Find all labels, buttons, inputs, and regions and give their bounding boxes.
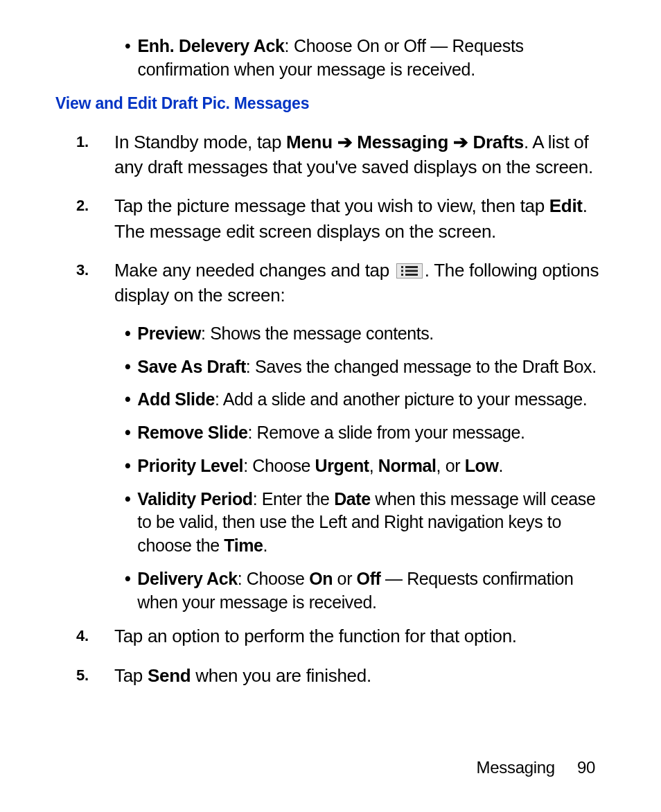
sub-priority-b3: Low	[465, 456, 499, 475]
sub-addslide-label: Add Slide	[137, 389, 215, 409]
step-1-body: In Standby mode, tap Menu ➔ Messaging ➔ …	[114, 130, 606, 180]
sub-removeslide-label: Remove Slide	[137, 423, 247, 442]
sub-addslide-body: Add Slide: Add a slide and another pictu…	[137, 388, 606, 412]
sub-priority-c1: ,	[369, 456, 378, 475]
sub-preview-label: Preview	[137, 324, 201, 343]
step-2-body: Tap the picture message that you wish to…	[114, 193, 606, 244]
step-5: 5. Tap Send when you are finished.	[76, 663, 606, 688]
options-list-icon	[396, 263, 423, 279]
svg-rect-0	[401, 266, 403, 268]
step-1-arrow2: ➔	[448, 132, 473, 152]
sub-validity-post: .	[263, 536, 268, 555]
sub-savedraft-body: Save As Draft: Saves the changed message…	[137, 355, 606, 379]
step-5-num: 5.	[76, 663, 114, 688]
step-1-b3: Drafts	[473, 132, 524, 152]
step-5-pre: Tap	[114, 665, 148, 686]
sub-preview-text: : Shows the message contents.	[201, 324, 434, 343]
sub-removeslide-text: : Remove a slide from your message.	[248, 423, 525, 442]
top-bullet: • Enh. Delevery Ack: Choose On or Off — …	[125, 35, 606, 82]
step-1-b1: Menu	[286, 132, 333, 152]
sub-validity-body: Validity Period: Enter the Date when thi…	[137, 488, 606, 558]
sub-delivery-body: Delivery Ack: Choose On or Off — Request…	[137, 567, 606, 615]
sub-delivery-mid: or	[333, 569, 357, 588]
sub-savedraft-text: : Saves the changed message to the Draft…	[246, 357, 597, 376]
step-1-b2: Messaging	[357, 132, 448, 152]
bullet-dot: •	[125, 421, 130, 445]
top-bullet-label: Enh. Delevery Ack	[137, 36, 284, 55]
step-1-arrow1: ➔	[333, 132, 358, 152]
sub-savedraft-label: Save As Draft	[137, 357, 245, 376]
sub-addslide: • Add Slide: Add a slide and another pic…	[125, 388, 606, 412]
sub-removeslide: • Remove Slide: Remove a slide from your…	[125, 421, 606, 445]
svg-rect-2	[401, 270, 403, 272]
sub-delivery-pre: : Choose	[238, 569, 309, 588]
sub-delivery-b2: Off	[357, 569, 381, 588]
sub-priority-c2: , or	[437, 456, 465, 475]
bullet-dot: •	[125, 322, 130, 346]
sub-validity: • Validity Period: Enter the Date when t…	[125, 488, 606, 558]
sub-delivery: • Delivery Ack: Choose On or Off — Reque…	[125, 567, 606, 615]
sub-priority-post: .	[498, 456, 503, 475]
step-4-body: Tap an option to perform the function fo…	[114, 624, 606, 648]
sub-priority: • Priority Level: Choose Urgent, Normal,…	[125, 454, 606, 478]
step-2-num: 2.	[76, 193, 114, 244]
step-1-pre: In Standby mode, tap	[114, 132, 286, 152]
bullet-dot: •	[125, 388, 130, 412]
step-1-num: 1.	[76, 130, 114, 180]
svg-rect-5	[405, 274, 418, 276]
sub-addslide-text: : Add a slide and another picture to you…	[215, 389, 587, 409]
section-heading: View and Edit Draft Pic. Messages	[55, 94, 606, 113]
sub-delivery-b1: On	[309, 569, 333, 588]
svg-rect-4	[401, 274, 403, 276]
sub-removeslide-body: Remove Slide: Remove a slide from your m…	[137, 421, 606, 445]
svg-rect-3	[405, 270, 418, 272]
sub-preview-body: Preview: Shows the message contents.	[137, 322, 606, 346]
step-5-b1: Send	[148, 665, 191, 686]
step-5-post: when you are finished.	[191, 665, 371, 686]
sub-preview: • Preview: Shows the message contents.	[125, 322, 606, 346]
top-bullet-body: Enh. Delevery Ack: Choose On or Off — Re…	[137, 35, 606, 82]
bullet-dot: •	[125, 35, 130, 82]
bullet-dot: •	[125, 355, 130, 379]
step-3-num: 3.	[76, 258, 114, 308]
bullet-dot: •	[125, 567, 130, 615]
sub-validity-b1: Date	[334, 489, 371, 509]
sub-priority-body: Priority Level: Choose Urgent, Normal, o…	[137, 454, 606, 478]
bullet-dot: •	[125, 454, 130, 478]
step-4-num: 4.	[76, 624, 114, 648]
footer-section: Messaging	[477, 758, 555, 777]
footer-page: 90	[577, 758, 595, 777]
sub-validity-pre: : Enter the	[253, 489, 335, 509]
step-2-pre: Tap the picture message that you wish to…	[114, 195, 549, 216]
sub-validity-label: Validity Period	[137, 489, 252, 509]
step-5-body: Tap Send when you are finished.	[114, 663, 606, 688]
step-2-b1: Edit	[549, 195, 583, 216]
step-3-pre: Make any needed changes and tap	[114, 260, 394, 281]
step-2: 2. Tap the picture message that you wish…	[76, 193, 606, 244]
sub-priority-label: Priority Level	[137, 456, 243, 475]
step-1: 1. In Standby mode, tap Menu ➔ Messaging…	[76, 130, 606, 180]
step-3: 3. Make any needed changes and tap . The…	[76, 258, 606, 308]
sub-priority-pre: : Choose	[243, 456, 315, 475]
sub-delivery-label: Delivery Ack	[137, 569, 237, 588]
bullet-dot: •	[125, 488, 130, 558]
page-footer: Messaging90	[477, 758, 595, 777]
sub-validity-b2: Time	[224, 536, 263, 555]
step-4: 4. Tap an option to perform the function…	[76, 624, 606, 648]
sub-priority-b2: Normal	[378, 456, 437, 475]
sub-priority-b1: Urgent	[315, 456, 369, 475]
sub-savedraft: • Save As Draft: Saves the changed messa…	[125, 355, 606, 379]
step-3-body: Make any needed changes and tap . The fo…	[114, 258, 606, 308]
svg-rect-1	[405, 266, 418, 268]
